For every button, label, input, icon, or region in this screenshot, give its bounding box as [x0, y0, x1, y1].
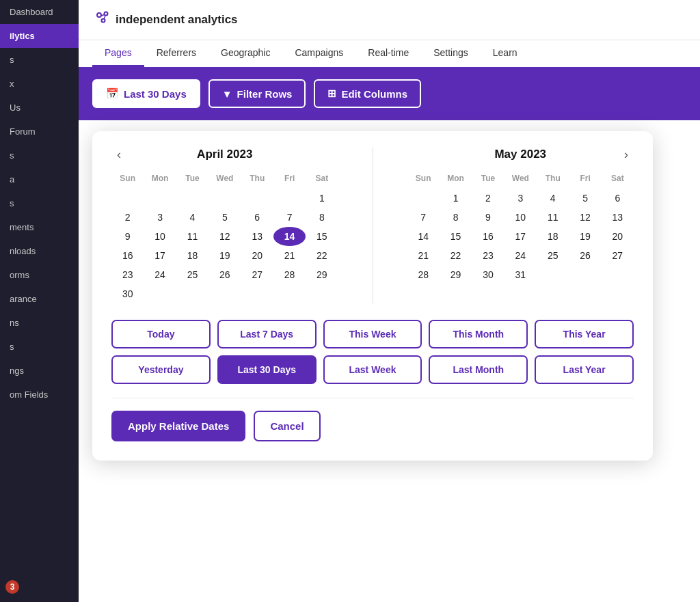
calendar-day[interactable]: 12 — [208, 227, 241, 246]
calendar-day[interactable]: 3 — [504, 189, 537, 208]
calendar-day[interactable]: 28 — [407, 265, 440, 284]
calendar-day[interactable]: 6 — [602, 189, 634, 208]
calendar-day[interactable]: 13 — [602, 208, 634, 227]
calendar-day[interactable]: 21 — [407, 246, 440, 265]
calendar-day[interactable]: 3 — [144, 208, 176, 227]
qs-thisweek[interactable]: This Week — [323, 320, 422, 348]
qs-today[interactable]: Today — [111, 320, 211, 348]
qs-last30days[interactable]: Last 30 Days — [217, 355, 317, 384]
calendar-day[interactable]: 10 — [144, 227, 176, 246]
qs-thisyear[interactable]: This Year — [535, 320, 634, 348]
calendar-day[interactable]: 10 — [504, 208, 537, 227]
calendar-day[interactable]: 30 — [111, 284, 144, 303]
calendar-day[interactable]: 18 — [537, 227, 569, 246]
calendar-day[interactable]: 16 — [472, 227, 504, 246]
calendar-day[interactable]: 29 — [306, 265, 338, 284]
sidebar-item-a[interactable]: a — [0, 167, 79, 191]
calendar-day[interactable]: 5 — [569, 189, 601, 208]
calendar-day[interactable]: 27 — [602, 246, 634, 265]
calendar-day[interactable]: 4 — [176, 208, 208, 227]
calendar-day[interactable]: 21 — [273, 246, 306, 265]
tab-geographic[interactable]: Geographic — [208, 40, 282, 67]
calendar-day[interactable]: 11 — [176, 227, 208, 246]
calendar-day[interactable]: 11 — [537, 208, 569, 227]
tab-pages[interactable]: Pages — [92, 40, 144, 67]
calendar-day[interactable]: 2 — [472, 189, 504, 208]
qs-last7days[interactable]: Last 7 Days — [217, 320, 317, 348]
calendar-day[interactable]: 17 — [144, 246, 176, 265]
calendar-day[interactable]: 12 — [569, 208, 601, 227]
sidebar-item-ngs[interactable]: ngs — [0, 359, 79, 383]
calendar-day[interactable]: 1 — [306, 189, 338, 208]
calendar-day[interactable]: 16 — [111, 246, 144, 265]
sidebar-item-s2[interactable]: s — [0, 143, 79, 167]
calendar-day[interactable]: 19 — [208, 246, 241, 265]
sidebar-item-us[interactable]: Us — [0, 96, 79, 120]
calendar-day[interactable]: 30 — [472, 265, 504, 284]
sidebar-item-arance[interactable]: arance — [0, 287, 79, 311]
calendar-day[interactable]: 19 — [569, 227, 601, 246]
sidebar-item-ns[interactable]: ns — [0, 311, 79, 335]
calendar-day[interactable]: 20 — [602, 227, 634, 246]
sidebar-item-ments[interactable]: ments — [0, 215, 79, 239]
qs-lastweek[interactable]: Last Week — [323, 355, 422, 384]
sidebar-item-s3[interactable]: s — [0, 191, 79, 215]
calendar-day[interactable]: 20 — [241, 246, 273, 265]
tab-realtime[interactable]: Real-time — [355, 40, 421, 67]
sidebar-item-nloads[interactable]: nloads — [0, 239, 79, 263]
edit-columns-button[interactable]: ⊞ Edit Columns — [314, 79, 421, 108]
qs-yesterday[interactable]: Yesterday — [111, 355, 211, 384]
calendar-day[interactable]: 4 — [537, 189, 569, 208]
calendar-day[interactable]: 15 — [440, 227, 472, 246]
calendar-day[interactable]: 28 — [273, 265, 306, 284]
calendar-day[interactable]: 27 — [241, 265, 273, 284]
tab-learn[interactable]: Learn — [481, 40, 530, 67]
calendar-day[interactable]: 18 — [176, 246, 208, 265]
calendar-day[interactable]: 8 — [440, 208, 472, 227]
calendar-day[interactable]: 17 — [504, 227, 537, 246]
sidebar-item-orms[interactable]: orms — [0, 263, 79, 287]
sidebar-item-custom-fields[interactable]: om Fields — [0, 383, 79, 407]
calendar-day[interactable]: 13 — [241, 227, 273, 246]
calendar-day[interactable]: 29 — [440, 265, 472, 284]
calendar-day[interactable]: 14 — [407, 227, 440, 246]
calendar-day[interactable]: 23 — [472, 246, 504, 265]
calendar-day[interactable]: 9 — [111, 227, 144, 246]
calendar-day[interactable]: 26 — [208, 265, 241, 284]
qs-thismonth[interactable]: This Month — [429, 320, 528, 348]
tab-campaigns[interactable]: Campaigns — [282, 40, 355, 67]
calendar-day[interactable]: 24 — [504, 246, 537, 265]
sidebar-item-x[interactable]: x — [0, 72, 79, 96]
tab-settings[interactable]: Settings — [421, 40, 481, 67]
calendar-day[interactable]: 22 — [440, 246, 472, 265]
date-range-button[interactable]: 📅 Last 30 Days — [92, 79, 200, 108]
calendar-day[interactable]: 25 — [537, 246, 569, 265]
calendar-day[interactable]: 26 — [569, 246, 601, 265]
calendar-day[interactable]: 2 — [111, 208, 144, 227]
qs-lastmonth[interactable]: Last Month — [429, 355, 528, 384]
calendar-day[interactable]: 14 — [273, 227, 306, 246]
calendar-day[interactable]: 23 — [111, 265, 144, 284]
calendar-day[interactable]: 1 — [440, 189, 472, 208]
sidebar-item-analytics[interactable]: ilytics — [0, 24, 79, 48]
calendar-day[interactable]: 9 — [472, 208, 504, 227]
sidebar-item-s4[interactable]: s — [0, 335, 79, 359]
calendar-day[interactable]: 5 — [208, 208, 241, 227]
sidebar-item-dashboard[interactable]: Dashboard — [0, 0, 79, 24]
tab-referrers[interactable]: Referrers — [144, 40, 208, 67]
calendar-day[interactable]: 31 — [504, 265, 537, 284]
calendar-day[interactable]: 25 — [176, 265, 208, 284]
calendar-day[interactable]: 7 — [407, 208, 440, 227]
sidebar-item-forum[interactable]: Forum — [0, 120, 79, 143]
next-month-button[interactable]: › — [619, 145, 634, 165]
calendar-day[interactable]: 22 — [306, 246, 338, 265]
calendar-day[interactable]: 8 — [306, 208, 338, 227]
sidebar-item-s[interactable]: s — [0, 48, 79, 72]
calendar-day[interactable]: 24 — [144, 265, 176, 284]
calendar-day[interactable]: 7 — [273, 208, 306, 227]
calendar-day[interactable]: 6 — [241, 208, 273, 227]
prev-month-button[interactable]: ‹ — [111, 145, 126, 165]
filter-rows-button[interactable]: ▼ Filter Rows — [208, 79, 306, 108]
calendar-day[interactable]: 15 — [306, 227, 338, 246]
apply-relative-dates-button[interactable]: Apply Relative Dates — [111, 411, 245, 441]
